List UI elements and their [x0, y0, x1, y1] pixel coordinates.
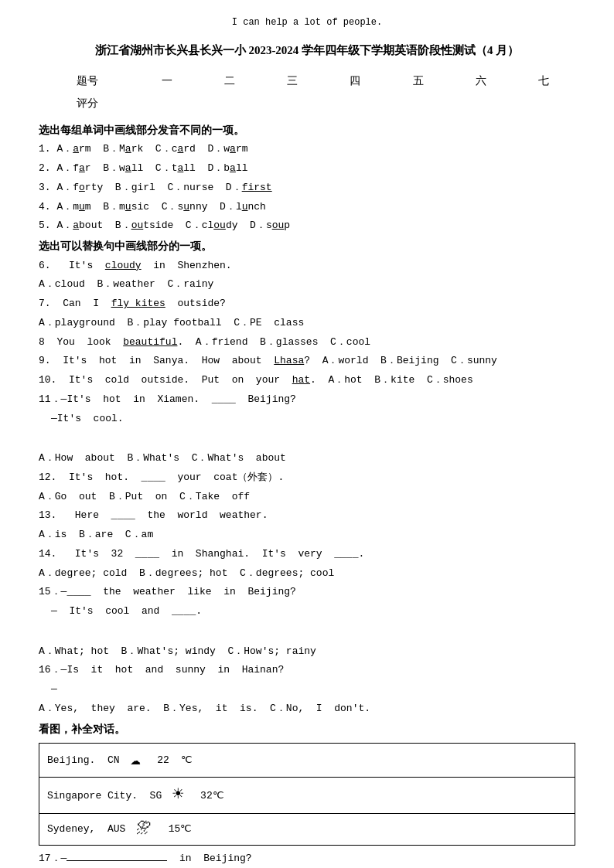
weather-row-singapore: Singapore City. SG ☀ 32℃ — [39, 778, 575, 814]
score-header-0: 题号 — [39, 70, 135, 92]
weather-city-singapore: Singapore City. SG ☀ 32℃ — [39, 778, 575, 814]
weather-city-sydney: Sydeney, AUS ⛈ 15℃ — [39, 814, 575, 846]
question-15a-text: A．What; hot B．What's; windy C．How's; rai… — [39, 643, 575, 661]
question-2: 2. A．far B．wall C．tall D．ball — [39, 160, 575, 178]
sun-icon: ☀ — [172, 781, 183, 810]
score-row2-5 — [387, 93, 449, 114]
question-15-resp: — It's cool and ____. — [51, 603, 575, 621]
top-sentence: I can help a lot of people. — [39, 15, 575, 30]
section3-title: 看图，补全对话。 — [39, 721, 575, 738]
question-7a: A．playground B．play football C．PE class — [39, 315, 575, 332]
score-header-6: 六 — [449, 70, 512, 92]
question-12: 12. It's hot. ____ your coat（外套）. — [39, 469, 575, 487]
weather-row-sydney: Sydeney, AUS ⛈ 15℃ — [39, 814, 575, 846]
score-row2-3 — [261, 93, 324, 114]
section2-title: 选出可以替换句中画线部分的一项。 — [39, 238, 575, 255]
question-17: 17．— in Beijing? — [39, 850, 575, 868]
question-14a: A．degree; cold B．degrees; hot C．degrees;… — [39, 565, 575, 583]
exam-title: 浙江省湖州市长兴县长兴一小 2023-2024 学年四年级下学期英语阶段性测试（… — [39, 41, 575, 60]
rain-icon: ⛈ — [136, 817, 152, 842]
question-16a: A．Yes, they are. B．Yes, it is. C．No, I d… — [39, 700, 575, 718]
question-8: 8 You look beautiful. A．friend B．glasses… — [39, 334, 575, 352]
question-1: 1. A．arm B．Mark C．card D．warm — [39, 141, 575, 158]
question-6: 6. It's cloudy in Shenzhen. — [39, 257, 575, 275]
question-15a — [39, 622, 575, 640]
score-header-2: 二 — [198, 70, 261, 92]
weather-row-beijing: Beijing. CN ☁ 22 ℃ — [39, 743, 575, 777]
off-word: off — [232, 491, 250, 502]
score-header-1: 一 — [135, 70, 198, 92]
question-11: 11．—It's hot in Xiamen. ____ Beijing? — [39, 391, 575, 409]
cloud-icon: ☁ — [130, 747, 140, 774]
score-header-3: 三 — [261, 70, 324, 92]
question-12a: A．Go out B．Put on C．Take off — [39, 488, 575, 506]
score-header-5: 五 — [387, 70, 449, 92]
score-header-4: 四 — [324, 70, 387, 92]
score-table: 题号 一 二 三 四 五 六 七 评分 — [39, 70, 575, 114]
question-13a: A．is B．are C．am — [39, 526, 575, 544]
question-5: 5. A．about B．outside C．cloudy D．soup — [39, 217, 575, 235]
question-14: 14. It's 32 ____ in Shanghai. It's very … — [39, 546, 575, 563]
score-row2-6 — [449, 93, 512, 114]
question-11a-text: A．How about B．What's C．What's about — [39, 450, 575, 468]
question-7: 7. Can I fly kites outside? — [39, 295, 575, 313]
question-11-resp: —It's cool. — [51, 410, 575, 428]
score-row2-7 — [513, 93, 575, 114]
question-16-resp: — — [51, 681, 575, 699]
weather-table: Beijing. CN ☁ 22 ℃ Singapore City. SG ☀ … — [39, 743, 575, 846]
question-15: 15．—____ the weather like in Beijing? — [39, 584, 575, 601]
score-row2-2 — [198, 93, 261, 114]
q17-blank[interactable] — [67, 860, 167, 861]
question-16: 16．—Is it hot and sunny in Hainan? — [39, 662, 575, 679]
question-6a: A．cloud B．weather C．rainy — [39, 276, 575, 294]
score-header-7: 七 — [513, 70, 575, 92]
question-3: 3. A．forty B．girl C．nurse D．first — [39, 179, 575, 197]
score-row2-0: 评分 — [39, 93, 135, 114]
question-9: 9. It's hot in Sanya. How about Lhasa? A… — [39, 352, 575, 370]
question-13: 13. Here ____ the world weather. — [39, 507, 575, 525]
score-row2-1 — [135, 93, 198, 114]
section1-title: 选出每组单词中画线部分发音不同的一项。 — [39, 122, 575, 139]
score-row2-4 — [324, 93, 387, 114]
question-10: 10. It's cold outside. Put on your hat. … — [39, 372, 575, 390]
weather-city-beijing: Beijing. CN ☁ 22 ℃ — [39, 743, 575, 777]
question-4: 4. A．mum B．music C．sunny D．lunch — [39, 199, 575, 216]
question-11a — [39, 429, 575, 447]
